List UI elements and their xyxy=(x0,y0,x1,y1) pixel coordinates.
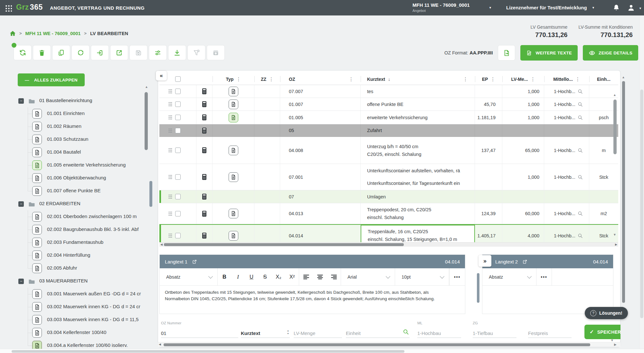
drag-handle-icon[interactable] xyxy=(168,233,172,238)
row-checkbox[interactable] xyxy=(175,101,181,107)
table-row[interactable]: 07.001 Unterkunftscontainer aufstellen, … xyxy=(159,164,618,190)
column-menu-icon[interactable]: ⋮ xyxy=(575,76,580,82)
logo[interactable]: Grz365 xyxy=(16,3,43,12)
tree-item[interactable]: 02.001 Oberboden zwischenlagern 100 m xyxy=(10,210,150,223)
chevron-down-icon[interactable]: ▼ xyxy=(639,7,642,10)
table-row[interactable]: 01.007 offene Punkte BE 45,70 1,000 1-Ho… xyxy=(159,98,618,111)
cell-kurztext-selected[interactable]: Treppenläufe, 16 cm, C20/25einschl. Scha… xyxy=(361,225,475,242)
browser-scrollbar-track[interactable] xyxy=(639,15,644,353)
oz-nummer-input[interactable] xyxy=(161,330,238,336)
search-icon[interactable] xyxy=(578,175,583,180)
search-icon[interactable] xyxy=(578,102,583,107)
table-group-row-selected[interactable]: 07 Umlagen xyxy=(159,190,618,203)
cell-lv-menge[interactable]: 1,000 xyxy=(502,85,544,98)
cell-oz[interactable]: 05 xyxy=(280,124,361,137)
cell-ep[interactable]: 124,39 xyxy=(475,203,502,224)
calculator-icon[interactable] xyxy=(202,127,207,134)
project-selector[interactable]: MFH 11 WE - 76009_0001 Angebot xyxy=(412,2,470,13)
row-checkbox[interactable] xyxy=(175,211,181,216)
search-icon[interactable] xyxy=(578,148,583,153)
table-row[interactable]: 07.007 tes 1,000 1-Hochb... xyxy=(159,85,618,98)
paragraph-style-dropdown[interactable]: Absatz xyxy=(482,268,536,285)
tree-item[interactable]: 02.002 Baugrubenaushub Bkl. 3-5 inkl. Ab… xyxy=(10,223,150,236)
cell-kurztext[interactable]: Umlagen xyxy=(361,190,475,203)
calculator-icon[interactable] xyxy=(202,210,207,217)
column-menu-icon[interactable]: ⋮ xyxy=(490,76,495,82)
scroll-up-icon[interactable]: ▲ xyxy=(622,75,625,79)
row-checkbox[interactable] xyxy=(175,194,181,199)
collapse-toggle-icon[interactable]: − xyxy=(18,98,24,104)
grid-vertical-scrollbar[interactable] xyxy=(613,100,617,154)
strikethrough-button[interactable]: S xyxy=(258,268,272,285)
cell-oz[interactable]: 07 xyxy=(280,190,361,203)
panel-horizontal-scrollbar[interactable]: ◀ xyxy=(158,342,620,347)
cell-ep[interactable]: 1.181,19 xyxy=(475,111,502,124)
open-external-icon[interactable] xyxy=(522,259,528,264)
cell-ep[interactable] xyxy=(475,164,502,190)
archive-download-button[interactable] xyxy=(207,45,225,60)
superscript-button[interactable]: X² xyxy=(285,268,299,285)
table-row-selected[interactable]: 04.014 Treppenläufe, 16 cm, C20/25einsch… xyxy=(159,224,618,242)
column-menu-icon[interactable]: ⋮ xyxy=(269,76,274,82)
align-left-button[interactable] xyxy=(299,268,313,285)
cell-kurztext[interactable]: Unterzug b/h = 40/50 cmC20/25, einschl. … xyxy=(361,137,475,164)
collapse-toggle-icon[interactable]: − xyxy=(18,201,24,207)
calculator-icon[interactable] xyxy=(202,232,207,239)
table-row[interactable]: 01.005 erweiterte Verkehrssicherung 1.18… xyxy=(159,111,618,124)
row-checkbox[interactable] xyxy=(175,128,181,133)
cell-kurztext[interactable]: Treppenpodest, 20 cm, C20/25einschl. Sch… xyxy=(361,203,475,224)
scroll-up-icon[interactable]: ▲ xyxy=(145,85,148,89)
cell-lv-menge[interactable]: 1,000 xyxy=(502,98,544,110)
bold-button[interactable]: B xyxy=(218,268,231,285)
app-launcher-icon[interactable] xyxy=(5,4,12,12)
cell-ep[interactable] xyxy=(475,85,502,98)
cell-oz[interactable]: 04.008 xyxy=(280,137,361,164)
festpreis-input[interactable] xyxy=(528,330,572,336)
tree-item-selected[interactable]: 01.005 erweiterte Verkehrssicherung xyxy=(10,159,150,172)
calculator-icon[interactable] xyxy=(202,88,207,95)
langtext1-editor[interactable]: Ortbeton des Treppenlaufes mit 15 Steigu… xyxy=(160,286,465,306)
cell-lv-menge[interactable]: 1,000 xyxy=(502,111,544,124)
cell-mittellohn[interactable]: 1-Hochb... xyxy=(544,203,589,224)
drag-handle-icon[interactable] xyxy=(168,148,172,153)
paragraph-style-dropdown[interactable]: Absatz xyxy=(160,268,218,285)
column-menu-icon[interactable]: ⋮ xyxy=(349,76,354,82)
font-size-dropdown[interactable]: 10pt xyxy=(395,268,449,285)
grid-horizontal-scrollbar[interactable]: ◀ ▶ xyxy=(159,242,618,247)
row-checkbox[interactable] xyxy=(175,115,181,120)
cell-oz[interactable]: 04.013 xyxy=(280,203,361,224)
cell-kurztext[interactable]: offene Punkte BE xyxy=(361,98,475,110)
download-button[interactable] xyxy=(168,45,186,60)
tree-item[interactable]: 02.005 Abfuhr xyxy=(10,262,150,275)
cell-oz[interactable]: 04.014 xyxy=(280,225,361,242)
drag-handle-icon[interactable] xyxy=(168,89,172,94)
tree-item[interactable]: 03.003 Mauerwerk innen KG - DG d = 11,5 xyxy=(10,313,150,326)
tree-item[interactable]: 01.003 Schutzzaun xyxy=(10,133,150,146)
cell-mittellohn[interactable]: 1-Hochb... xyxy=(544,85,589,98)
table-row[interactable]: 04.013 Treppenpodest, 20 cm, C20/25einsc… xyxy=(159,203,618,224)
notifications-bell-icon[interactable] xyxy=(612,4,620,12)
scroll-right-icon[interactable]: ▶ xyxy=(614,343,617,346)
scrollbar-thumb[interactable] xyxy=(164,343,590,346)
tree-group-03[interactable]: − 03 MAUERARBEITEN xyxy=(10,275,150,288)
drag-handle-icon[interactable] xyxy=(168,128,172,133)
scroll-right-icon[interactable]: ▶ xyxy=(615,243,617,246)
weitere-texte-button[interactable]: WEITERE TEXTE xyxy=(520,45,578,61)
cell-mittellohn[interactable]: 1-Hochb... xyxy=(544,111,589,124)
panel-scrollbar[interactable] xyxy=(149,181,152,207)
collapse-toggle-icon[interactable]: − xyxy=(18,279,24,284)
spinner-icon[interactable]: ▲▼ xyxy=(287,330,289,335)
langtext-splitter[interactable] xyxy=(477,273,479,303)
drag-handle-icon[interactable] xyxy=(168,115,172,120)
open-external-icon[interactable] xyxy=(192,259,197,264)
table-group-row[interactable]: 05 Zufahrt xyxy=(159,124,618,137)
einheit-input[interactable] xyxy=(346,330,410,336)
user-account-icon[interactable] xyxy=(627,4,635,12)
tree-item[interactable]: 01.001 Einrichten xyxy=(10,107,150,120)
oz-format-export-button[interactable] xyxy=(498,45,515,61)
cell-kurztext[interactable]: tes xyxy=(361,85,475,98)
tree-item[interactable]: 02.003 Fundamentaushub xyxy=(10,236,150,249)
cell-lv-menge[interactable]: 4,000 xyxy=(502,225,544,242)
more-options-button[interactable]: ••• xyxy=(536,268,552,285)
tree-item[interactable]: 01.007 offene Punkte BE xyxy=(10,185,150,197)
